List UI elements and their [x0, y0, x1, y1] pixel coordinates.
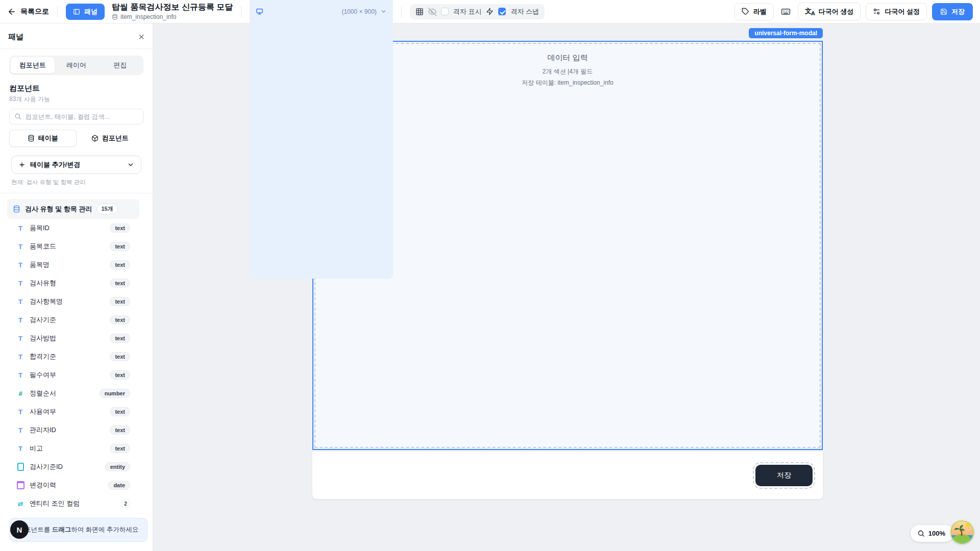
hint-text: 하여 화면에 추가하세요 — [71, 526, 138, 533]
search-input[interactable] — [9, 109, 143, 124]
field-row[interactable]: 검사유형 text — [7, 274, 131, 292]
tab-edit[interactable]: 편집 — [98, 57, 142, 73]
save-icon — [940, 8, 947, 15]
field-type-badge: text — [110, 242, 130, 251]
canvas-size-label: 사용자 정의 (1000×900) — [267, 0, 338, 276]
table-group-header[interactable]: 검사 유형 및 항목 관리 15개 — [7, 199, 139, 219]
field-type-badge: text — [110, 425, 130, 435]
field-row[interactable]: 검사방법 text — [7, 329, 131, 347]
components-heading: 컴포넌트 — [9, 84, 143, 93]
field-type-icon — [16, 334, 24, 342]
database-icon — [28, 135, 35, 142]
i18n-settings-button[interactable]: 다국어 설정 — [866, 3, 927, 20]
field-label: 엔티티 조인 컬럼 — [30, 499, 116, 508]
field-row-entity-join[interactable]: 엔티티 조인 컬럼 2 — [7, 494, 131, 513]
label-button-text: 라벨 — [753, 7, 767, 16]
field-list: 검사 유형 및 항목 관리 15개 품목ID text 품목코드 text — [0, 193, 153, 551]
field-row[interactable]: 검사기준 text — [7, 311, 131, 329]
database-icon — [13, 205, 20, 213]
field-row[interactable]: 변경이력 date — [7, 476, 131, 494]
keyboard-shortcuts-button[interactable] — [779, 5, 793, 18]
eye-off-icon — [428, 8, 436, 16]
field-type-badge: text — [110, 223, 130, 233]
toggle-components-button[interactable]: 컴포넌트 — [77, 130, 144, 147]
page-title-block: 탑씰 품목검사정보 신규등록 모달 item_inspection_info — [112, 3, 233, 20]
lightning-icon — [486, 8, 494, 15]
tab-layers[interactable]: 레이어 — [55, 57, 99, 73]
components-panel: 패널 × 컴포넌트 레이어 편집 컴포넌트 83개 사용 가능 테이블 — [0, 23, 153, 551]
page-title: 탑씰 품목검사정보 신규등록 모달 — [112, 3, 233, 12]
snap-grid-checkbox[interactable] — [498, 8, 506, 15]
field-row[interactable]: 품목명 text — [7, 256, 131, 274]
panel-tabs: 컴포넌트 레이어 편집 — [9, 56, 143, 75]
drag-hint: 컴포넌트를 드래그하여 화면에 추가하세요 — [9, 518, 148, 542]
field-type-icon — [16, 426, 24, 434]
plus-icon — [18, 161, 26, 168]
field-label: 사용여부 — [30, 407, 105, 416]
field-label: 검사항목명 — [30, 297, 105, 306]
view-toggle: 테이블 컴포넌트 — [9, 130, 143, 147]
field-row[interactable]: 정렬순서 number — [7, 384, 131, 403]
selected-component-tag[interactable]: universal-form-modal — [749, 28, 823, 38]
field-label: 관리자ID — [30, 425, 105, 435]
field-type-badge: text — [110, 352, 130, 361]
back-to-list-label: 목록으로 — [20, 7, 49, 16]
field-row[interactable]: 사용여부 text — [7, 403, 131, 421]
field-type-icon — [16, 297, 24, 306]
tab-components[interactable]: 컴포넌트 — [11, 57, 55, 73]
field-type-badge: text — [110, 315, 130, 324]
field-type-icon — [16, 389, 24, 397]
zoom-control[interactable]: 100% — [911, 525, 953, 542]
back-to-list-button[interactable]: 목록으로 — [7, 7, 49, 16]
field-type-icon — [16, 371, 24, 379]
collaborator-avatar: N — [10, 520, 29, 539]
field-type-badge: text — [110, 279, 130, 288]
toggle-tables-label: 테이블 — [38, 134, 58, 143]
table-group-name: 검사 유형 및 항목 관리 — [25, 205, 92, 214]
field-row[interactable]: 품목ID text — [7, 219, 131, 237]
sliders-icon — [873, 8, 880, 15]
field-row[interactable]: 비고 text — [7, 439, 131, 458]
grid-icon — [415, 8, 424, 16]
island-emoji-badge[interactable] — [950, 520, 974, 544]
label-button[interactable]: 라벨 — [734, 3, 774, 20]
snap-grid-label: 격자 스냅 — [510, 7, 539, 16]
save-button[interactable]: 저장 — [932, 3, 973, 20]
field-count-badge: 15개 — [96, 204, 117, 214]
modal-save-button[interactable]: 저장 — [755, 465, 813, 486]
field-row[interactable]: 품목코드 text — [7, 237, 131, 256]
show-grid-checkbox[interactable] — [441, 8, 449, 15]
field-type-badge: text — [110, 370, 130, 380]
field-row[interactable]: 합격기준 text — [7, 347, 131, 366]
field-type-icon — [16, 463, 24, 471]
field-row[interactable]: 검사항목명 text — [7, 292, 131, 311]
divider — [241, 6, 241, 17]
field-type-icon — [16, 224, 24, 232]
field-label: 품목코드 — [30, 242, 105, 251]
show-grid-label: 격자 표시 — [453, 7, 482, 16]
field-row[interactable]: 검사기준ID entity — [7, 458, 131, 476]
package-icon — [91, 135, 99, 142]
field-type-icon — [16, 353, 24, 361]
field-row[interactable]: 필수여부 text — [7, 366, 131, 384]
field-type-badge: text — [110, 297, 130, 306]
panel-toggle-button[interactable]: 패널 — [66, 4, 105, 20]
field-row[interactable]: 관리자ID text — [7, 421, 131, 439]
panel-toggle-label: 패널 — [84, 7, 97, 16]
i18n-generate-button[interactable]: 文A 다국어 생성 — [798, 3, 861, 20]
field-type-badge: entity — [105, 462, 130, 471]
field-type-badge: date — [108, 481, 130, 490]
field-type-icon — [16, 261, 24, 269]
canvas-size-selector[interactable]: 사용자 정의 (1000×900) (1000 × 900) — [250, 0, 393, 279]
magnifier-icon — [917, 530, 925, 537]
current-table-label: 현재: 검사 유형 및 항목 관리 — [11, 179, 141, 186]
toggle-tables-button[interactable]: 테이블 — [9, 130, 77, 147]
field-label: 필수여부 — [30, 370, 105, 380]
field-type-icon — [16, 481, 24, 489]
search-icon — [14, 113, 21, 120]
add-table-button[interactable]: 테이블 추가/변경 — [11, 156, 141, 174]
field-type-badge: number — [100, 389, 130, 398]
close-icon[interactable]: × — [138, 32, 144, 42]
zoom-level: 100% — [928, 530, 945, 537]
divider — [401, 6, 402, 17]
